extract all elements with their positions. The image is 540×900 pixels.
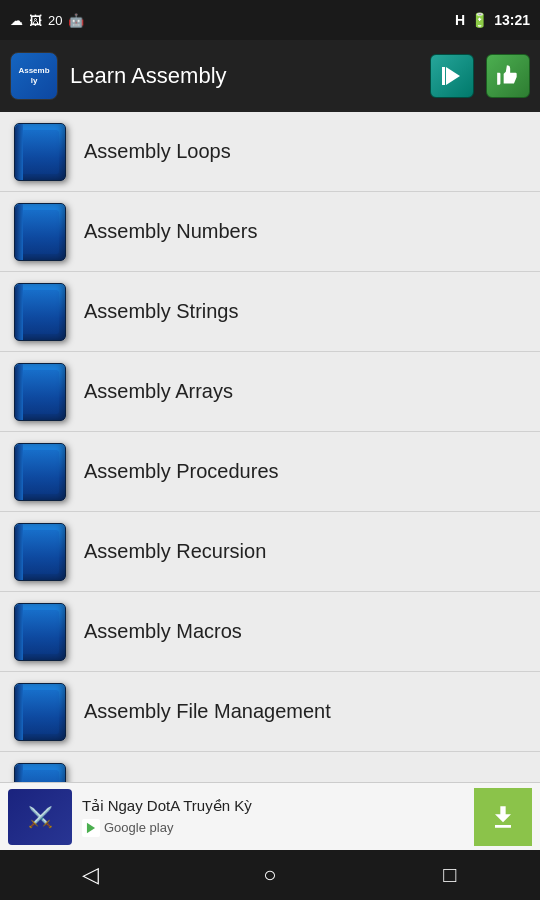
wifi-icon: ☁ [10, 13, 23, 28]
book-icon [14, 123, 66, 181]
book-icon [14, 523, 66, 581]
home-button[interactable]: ○ [180, 850, 360, 900]
book-icon [14, 203, 66, 261]
image-icon: 🖼 [29, 13, 42, 28]
book-icon [14, 443, 66, 501]
google-play-label: Google play [104, 820, 173, 835]
app-logo-text: Assembly [18, 66, 49, 85]
status-right: H 🔋 13:21 [455, 12, 530, 28]
topic-list: Assembly Loops Assembly Numbers Assembly… [0, 112, 540, 832]
navigation-bar: ◁ ○ □ [0, 850, 540, 900]
item-label: Assembly Macros [84, 620, 242, 643]
item-label: Assembly Loops [84, 140, 231, 163]
list-item[interactable]: Assembly Arrays [0, 352, 540, 432]
app-title: Learn Assembly [70, 63, 418, 89]
ad-subtitle-row: Google play [82, 819, 468, 837]
home-icon: ○ [263, 862, 276, 888]
item-label: Assembly Recursion [84, 540, 266, 563]
signal-label: H [455, 12, 465, 28]
item-label: Assembly Procedures [84, 460, 279, 483]
clock: 13:21 [494, 12, 530, 28]
thumbs-up-button[interactable] [486, 54, 530, 98]
ad-image: ⚔️ [8, 789, 72, 845]
download-icon [487, 801, 519, 833]
book-icon [14, 683, 66, 741]
play-icon [440, 64, 464, 88]
svg-marker-0 [446, 67, 460, 85]
svg-rect-1 [442, 67, 445, 85]
google-play-icon [82, 819, 100, 837]
android-icon: 🤖 [68, 13, 84, 28]
status-left: ☁ 🖼 20 🤖 [10, 13, 84, 28]
list-item[interactable]: Assembly Strings [0, 272, 540, 352]
back-button[interactable]: ◁ [0, 850, 180, 900]
ad-download-button[interactable] [474, 788, 532, 846]
item-label: Assembly Arrays [84, 380, 233, 403]
item-label: Assembly Strings [84, 300, 239, 323]
list-item[interactable]: Assembly Macros [0, 592, 540, 672]
back-icon: ◁ [82, 862, 99, 888]
svg-marker-2 [87, 822, 95, 833]
recents-icon: □ [443, 862, 456, 888]
ad-title: Tải Ngay DotA Truyền Kỳ [82, 797, 468, 815]
ad-banner[interactable]: ⚔️ Tải Ngay DotA Truyền Kỳ Google play [0, 782, 540, 850]
list-item[interactable]: Assembly Loops [0, 112, 540, 192]
recents-button[interactable]: □ [360, 850, 540, 900]
app-bar: Assembly Learn Assembly [0, 40, 540, 112]
book-icon [14, 363, 66, 421]
battery-icon: 🔋 [471, 12, 488, 28]
app-logo: Assembly [10, 52, 58, 100]
book-icon [14, 603, 66, 661]
ad-text-block: Tải Ngay DotA Truyền Kỳ Google play [82, 797, 468, 837]
book-icon [14, 283, 66, 341]
play-button[interactable] [430, 54, 474, 98]
item-label: Assembly File Management [84, 700, 331, 723]
list-item[interactable]: Assembly File Management [0, 672, 540, 752]
notification-count: 20 [48, 13, 62, 28]
status-bar: ☁ 🖼 20 🤖 H 🔋 13:21 [0, 0, 540, 40]
list-item[interactable]: Assembly Procedures [0, 432, 540, 512]
list-item[interactable]: Assembly Numbers [0, 192, 540, 272]
list-item[interactable]: Assembly Recursion [0, 512, 540, 592]
item-label: Assembly Numbers [84, 220, 257, 243]
thumbs-up-icon [495, 63, 521, 89]
